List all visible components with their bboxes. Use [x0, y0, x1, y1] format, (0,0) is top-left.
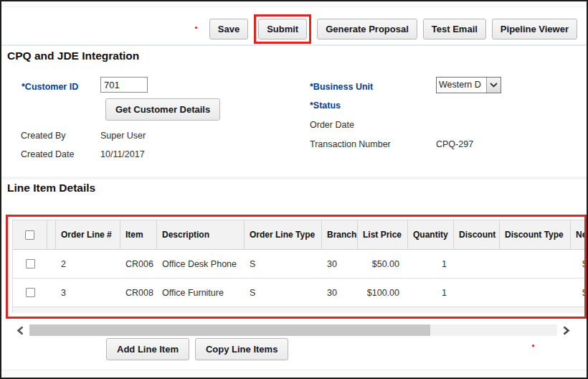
chevron-down-icon [486, 78, 501, 93]
add-line-item-button[interactable]: Add Line Item [106, 338, 189, 360]
submit-highlight-annotation: Submit [254, 14, 311, 44]
branch-cell: 30 [322, 279, 358, 307]
bottom-strip [1, 370, 587, 378]
created-date-label: Created Date [21, 149, 74, 159]
list-price-cell: $50.00 [358, 250, 408, 278]
order-line-cell: 2 [56, 250, 120, 278]
row-checkbox-cell [13, 250, 47, 278]
branch-cell: 30 [322, 250, 358, 278]
discount-cell [454, 279, 500, 307]
copy-line-items-button[interactable]: Copy Line Items [195, 338, 288, 360]
created-by-value: Super User [100, 131, 146, 141]
line-item-row: 2 CR006 Office Desk Phone S 30 $50.00 1 … [13, 250, 587, 279]
line-item-details-title: Line Item Details [7, 182, 95, 195]
row-checkbox[interactable] [26, 259, 35, 268]
submit-button[interactable]: Submit [258, 19, 307, 39]
description-cell: Office Furniture [157, 279, 245, 307]
row-checkbox-cell [13, 279, 47, 307]
transaction-number-value: CPQ-297 [436, 139, 473, 149]
business-unit-value: Western D [437, 78, 486, 93]
row-checkbox[interactable] [26, 288, 35, 297]
col-branch-header: Branch [322, 220, 358, 249]
col-quantity-header: Quantity [408, 220, 454, 249]
spacer-header-cell [47, 220, 56, 249]
created-by-label: Created By [21, 131, 66, 141]
horizontal-scrollbar [11, 324, 576, 337]
customer-id-input[interactable] [100, 77, 148, 93]
quantity-cell: 1 [408, 250, 454, 278]
list-price-cell: $100.00 [358, 279, 408, 307]
toolbar-divider [1, 45, 587, 46]
net-cell: $1 [571, 279, 587, 307]
table-header-row: Order Line # Item Description Order Line… [13, 220, 587, 250]
discount-type-cell [500, 279, 571, 307]
spacer-cell [47, 250, 56, 278]
discount-type-cell [500, 250, 571, 278]
line-items-table: Order Line # Item Description Order Line… [12, 220, 587, 313]
line-item-actions: Add Line Item Copy Line Items [106, 338, 288, 360]
get-customer-details-button[interactable]: Get Customer Details [105, 98, 220, 121]
scrollbar-thumb[interactable] [29, 324, 430, 336]
app-window: Save Submit Generate Proposal Test Email… [0, 0, 588, 379]
col-list-price-header: List Price [358, 220, 408, 249]
page-title: CPQ and JDE Integration [7, 50, 139, 62]
order-line-type-cell: S [245, 250, 322, 278]
scroll-left-icon[interactable] [11, 324, 29, 337]
order-line-type-cell: S [245, 279, 322, 307]
item-cell: CR008 [120, 279, 157, 307]
select-all-cell [13, 220, 47, 249]
col-order-line-header: Order Line # [56, 220, 120, 249]
annotation-dot-bottom [532, 345, 534, 347]
annotation-dot-top [195, 27, 197, 29]
status-label: *Status [310, 100, 341, 111]
save-button[interactable]: Save [209, 19, 248, 39]
spacer-cell [47, 279, 56, 307]
business-unit-select[interactable]: Western D [436, 77, 501, 93]
business-unit-label: *Business Unit [310, 82, 373, 92]
order-date-label: Order Date [310, 120, 354, 130]
col-order-line-type-header: Order Line Type [245, 220, 322, 249]
scroll-right-icon[interactable] [557, 324, 576, 337]
col-net-header: Net [571, 220, 587, 249]
discount-cell [454, 250, 500, 278]
col-discount-type-header: Discount Type [500, 220, 571, 249]
col-item-header: Item [120, 220, 157, 249]
col-discount-header: Discount [454, 220, 500, 249]
quantity-cell: 1 [408, 279, 454, 307]
test-email-button[interactable]: Test Email [423, 19, 486, 39]
col-description-header: Description [157, 220, 245, 249]
created-date-value: 10/11/2017 [100, 149, 145, 159]
generate-proposal-button[interactable]: Generate Proposal [317, 19, 417, 39]
item-cell: CR006 [120, 250, 157, 278]
select-all-checkbox[interactable] [25, 230, 34, 240]
transaction-number-label: Transaction Number [310, 139, 391, 149]
customer-id-label: *Customer ID [22, 82, 78, 92]
net-cell: $ [571, 250, 587, 278]
pipeline-viewer-button[interactable]: Pipeline Viewer [492, 19, 577, 39]
top-strip [1, 1, 587, 7]
description-cell: Office Desk Phone [157, 250, 245, 278]
table-footer-strip [13, 307, 587, 313]
line-item-row: 3 CR008 Office Furniture S 30 $100.00 1 … [13, 279, 587, 307]
section-divider [1, 177, 587, 179]
toolbar: Save Submit Generate Proposal Test Email… [209, 13, 577, 45]
order-line-cell: 3 [56, 279, 120, 307]
scrollbar-track[interactable] [29, 324, 557, 336]
